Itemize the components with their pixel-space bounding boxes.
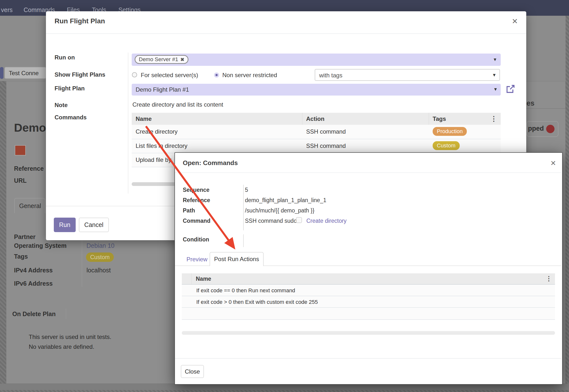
row-name: If exit code == 0 then Run next command <box>196 287 295 294</box>
close-icon[interactable]: ✕ <box>512 18 518 25</box>
stopped-status-dot <box>546 125 555 133</box>
command-label: Command <box>183 218 210 224</box>
table-row[interactable]: If exit code == 0 then Run next command <box>182 285 555 296</box>
table-row[interactable]: List files in directory SSH command Cust… <box>132 139 501 153</box>
server-title: Demo <box>14 121 46 134</box>
table-row[interactable]: If exit code > 0 then Exit with custom e… <box>182 296 555 307</box>
tab-general-label: General <box>19 202 41 210</box>
tab-preview[interactable]: Preview <box>186 256 207 263</box>
page-edge-right <box>566 16 569 392</box>
url-label: URL <box>14 177 27 184</box>
tag-badge-custom: Custom <box>86 252 114 262</box>
run-on-field[interactable]: Demo Server #1 ✖ ▾ <box>132 54 501 66</box>
commands-label: Commands <box>55 114 87 121</box>
ipv6-label: IPv6 Address <box>14 280 53 287</box>
col-header-name[interactable]: Name <box>196 276 211 282</box>
flight-plan-label: Flight Plan <box>55 85 85 92</box>
reference-field-label: Reference <box>183 197 210 204</box>
nav-item-servers[interactable]: vers <box>1 6 13 14</box>
header-divider <box>46 33 526 34</box>
note-value: Create directory and list its content <box>132 101 223 108</box>
row-name: Create directory <box>136 128 178 135</box>
condition-label: Condition <box>183 236 209 243</box>
col-header-tags[interactable]: Tags <box>433 115 446 122</box>
show-flight-plans-label: Show Flight Plans <box>55 71 105 78</box>
field-divider <box>66 308 66 319</box>
stopped-status-label: pped <box>528 125 544 132</box>
os-value-link[interactable]: Debian 10 <box>86 242 114 249</box>
tab-post-run-actions[interactable]: Post Run Actions <box>210 252 264 266</box>
col-divider <box>302 113 302 125</box>
command-value: SSH command sudo <box>245 218 297 224</box>
remove-icon[interactable]: ✖ <box>180 57 184 62</box>
path-label: Path <box>183 207 195 214</box>
partner-label: Partner <box>14 233 36 240</box>
flight-plan-select[interactable]: Demo Flight Plan #1 ▾ <box>132 84 501 96</box>
radio-non-server-restricted[interactable] <box>214 72 219 78</box>
cancel-button[interactable]: Cancel <box>79 218 109 232</box>
sequence-label: Sequence <box>183 187 210 193</box>
row-action: SSH command <box>306 128 346 135</box>
close-icon[interactable]: ✕ <box>550 160 556 167</box>
col-header-name[interactable]: Name <box>136 115 152 122</box>
chevron-down-icon[interactable]: ▾ <box>494 56 496 62</box>
radio-for-selected-servers[interactable] <box>132 72 137 77</box>
row-tag-badge: Custom <box>433 141 460 150</box>
with-tags-select[interactable]: with tags ▾ <box>315 69 500 81</box>
sudo-checkbox[interactable] <box>296 217 302 223</box>
ipv4-label: IPv4 Address <box>14 267 53 274</box>
background-button-fragment[interactable] <box>0 67 3 79</box>
table-horizontal-scrollbar[interactable] <box>182 331 555 335</box>
footer-divider <box>175 358 561 359</box>
radio-for-selected-servers-label[interactable]: For selected server(s) <box>141 72 198 79</box>
row-action: SSH command <box>306 142 346 149</box>
chevron-down-icon: ▾ <box>494 86 497 92</box>
cancel-button-label: Cancel <box>84 221 103 228</box>
field-divider <box>243 234 244 247</box>
reference-label: Reference <box>14 165 44 172</box>
test-connection-button[interactable]: Test Conne <box>4 67 46 79</box>
commands-table-header: Name Action Tags ⋮ <box>132 113 501 125</box>
note-label: Note <box>55 102 68 109</box>
tab-post-run-actions-label: Post Run Actions <box>214 256 259 262</box>
server-tag-label: Demo Server #1 <box>139 56 178 63</box>
external-link-icon[interactable] <box>506 84 515 94</box>
page-edge-left <box>0 81 6 392</box>
server-tag-pill[interactable]: Demo Server #1 ✖ <box>135 55 188 64</box>
flight-plan-value: Demo Flight Plan #1 <box>136 86 189 93</box>
table-options-icon[interactable]: ⋮ <box>546 275 552 282</box>
run-button[interactable]: Run <box>54 218 76 232</box>
post-run-table-header: Name ⋮ <box>182 273 555 284</box>
color-swatch[interactable] <box>15 145 26 155</box>
field-divider <box>82 233 82 287</box>
table-row-empty <box>182 308 555 319</box>
run-modal-title: Run Flight Plan <box>55 17 105 25</box>
table-options-icon[interactable]: ⋮ <box>490 115 497 123</box>
label-divider <box>128 53 128 194</box>
table-row[interactable]: Create directory SSH command Production <box>132 125 501 139</box>
row-divider <box>182 319 555 320</box>
path-value: /such/much/{{ demo_path }} <box>245 207 314 214</box>
command-link[interactable]: Create directory <box>306 218 347 224</box>
background-divider <box>526 108 566 109</box>
tab-general[interactable]: General <box>14 198 45 213</box>
row-name: Upload file by <box>136 156 171 163</box>
open-commands-modal: Open: Commands ✕ Sequence 5 Reference de… <box>174 152 563 385</box>
row-name: If exit code > 0 then Exit with custom e… <box>196 299 318 305</box>
row-tag-badge: Production <box>433 127 467 136</box>
run-button-label: Run <box>59 221 71 228</box>
screen: vers Commands Files Tools Settings Test … <box>0 0 569 392</box>
with-tags-value: with tags <box>319 72 342 79</box>
stopped-status-button[interactable]: pped <box>526 121 558 137</box>
col-header-action[interactable]: Action <box>306 115 325 122</box>
run-on-label: Run on <box>55 54 75 61</box>
col-divider <box>191 273 192 284</box>
close-button-label: Close <box>185 368 200 375</box>
col-divider <box>429 113 429 125</box>
os-label: Operating System <box>14 242 67 249</box>
radio-non-server-restricted-label[interactable]: Non server restricted <box>222 72 277 79</box>
close-button[interactable]: Close <box>181 365 204 378</box>
row-name: List files in directory <box>136 142 187 149</box>
page-edge-bottom <box>0 390 569 392</box>
reference-field-value: demo_flight_plan_1_plan_line_1 <box>245 197 326 204</box>
